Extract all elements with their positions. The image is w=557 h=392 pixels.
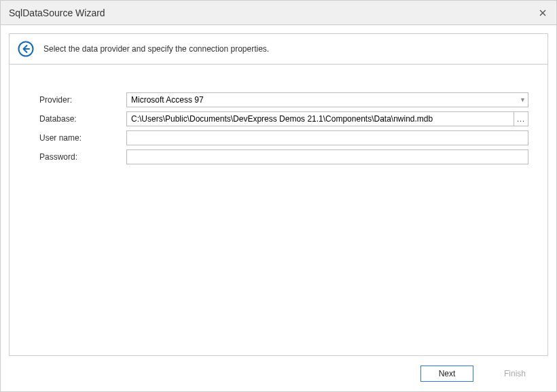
instruction-text: Select the data provider and specify the…	[43, 44, 269, 54]
username-label: User name:	[39, 133, 126, 143]
back-button[interactable]	[18, 41, 34, 57]
password-row: Password:	[39, 149, 528, 165]
content-area: Provider: ▼ Database: ... User name:	[9, 65, 548, 356]
close-icon	[539, 10, 546, 16]
title-bar: SqlDataSource Wizard	[1, 1, 556, 25]
window-title: SqlDataSource Wizard	[9, 7, 105, 18]
next-button[interactable]: Next	[420, 366, 473, 382]
finish-button: Finish	[488, 366, 541, 382]
username-row: User name:	[39, 130, 528, 146]
username-input[interactable]	[126, 130, 528, 145]
provider-label: Provider:	[39, 95, 126, 105]
password-input[interactable]	[126, 149, 528, 164]
instruction-bar: Select the data provider and specify the…	[9, 33, 548, 65]
wizard-window: SqlDataSource Wizard Select the data pro…	[0, 0, 557, 392]
back-arrow-icon	[18, 41, 34, 57]
database-label: Database:	[39, 114, 126, 124]
database-row: Database: ...	[39, 111, 528, 127]
button-bar: Next Finish	[1, 356, 556, 391]
password-label: Password:	[39, 152, 126, 162]
provider-combo[interactable]	[126, 92, 528, 107]
close-button[interactable]	[536, 6, 550, 20]
database-input[interactable]	[126, 111, 514, 126]
database-browse-button[interactable]: ...	[514, 111, 528, 126]
provider-row: Provider: ▼	[39, 92, 528, 108]
